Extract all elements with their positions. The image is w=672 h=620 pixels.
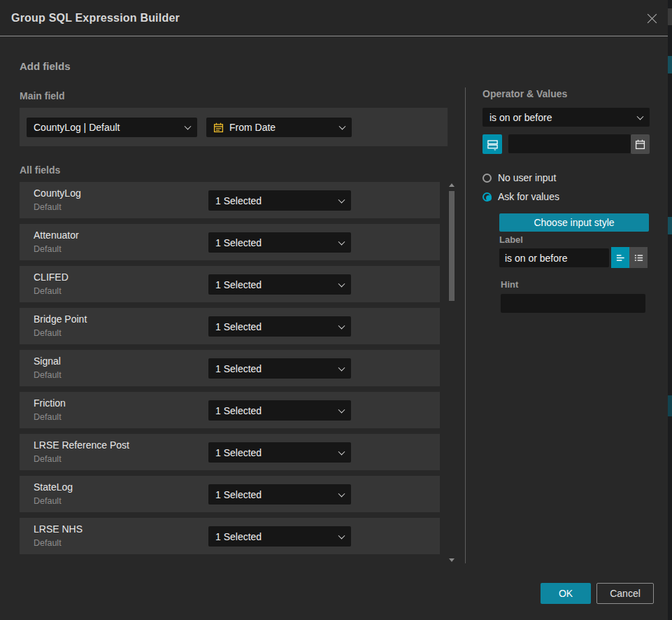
field-list-item: StateLog Default 1 Selected [20, 476, 440, 512]
field-values-select[interactable]: 1 Selected [208, 316, 351, 337]
all-fields-heading: All fields [20, 164, 60, 176]
chevron-down-icon [338, 196, 345, 203]
field-list-item: CLIFED Default 1 Selected [20, 266, 440, 302]
radio-no-user-input[interactable]: No user input [482, 172, 556, 183]
unique-values-button[interactable] [482, 134, 502, 154]
field-subtitle: Default [34, 244, 62, 254]
cancel-button[interactable]: Cancel [596, 583, 654, 604]
chevron-down-icon [339, 123, 346, 130]
edge-fragment [668, 217, 672, 234]
field-subtitle: Default [34, 370, 62, 380]
chevron-down-icon [338, 448, 345, 455]
dialog-title: Group SQL Expression Builder [11, 0, 180, 36]
ok-button[interactable]: OK [541, 583, 591, 604]
chevron-down-icon [338, 280, 345, 287]
chevron-down-icon [338, 490, 345, 497]
label-input[interactable] [499, 248, 609, 267]
field-values-selected-label: 1 Selected [215, 237, 262, 248]
chevron-down-icon [185, 123, 192, 130]
field-name: CLIFED [34, 272, 69, 283]
date-value-input[interactable] [508, 134, 631, 153]
chevron-down-icon [637, 113, 644, 120]
radio-ask-for-values[interactable]: Ask for values [482, 191, 559, 202]
fields-scrollbar[interactable] [448, 181, 455, 563]
hint-caption: Hint [501, 279, 518, 290]
operator-select-value: is on or before [489, 112, 552, 123]
field-values-selected-label: 1 Selected [215, 447, 262, 458]
field-subtitle: Default [34, 286, 62, 296]
field-name: CountyLog [34, 188, 81, 199]
dialog-titlebar: Group SQL Expression Builder [0, 0, 668, 36]
operator-values-heading: Operator & Values [482, 88, 567, 99]
scroll-up-icon[interactable] [449, 183, 455, 187]
field-values-selected-label: 1 Selected [215, 321, 262, 332]
field-values-selected-label: 1 Selected [215, 195, 262, 206]
hint-input[interactable] [501, 294, 645, 313]
scroll-down-icon[interactable] [449, 558, 455, 562]
panel-divider [465, 87, 466, 563]
main-field-heading: Main field [20, 90, 65, 101]
field-name: Attenuator [34, 230, 79, 241]
field-list-item: CountyLog Default 1 Selected [20, 182, 440, 218]
edge-fragment [668, 56, 672, 73]
edge-fragment [668, 395, 672, 416]
main-layer-select[interactable]: CountyLog | Default [27, 118, 197, 137]
align-left-icon [615, 253, 626, 263]
main-layer-select-value: CountyLog | Default [34, 122, 120, 133]
main-field-panel: CountyLog | Default From Date [20, 108, 448, 146]
field-values-selected-label: 1 Selected [215, 279, 262, 290]
calendar-icon [213, 122, 224, 133]
chevron-down-icon [338, 532, 345, 539]
close-button[interactable] [643, 10, 660, 27]
chevron-down-icon [338, 322, 345, 329]
field-values-select[interactable]: 1 Selected [208, 190, 351, 211]
field-subtitle: Default [34, 412, 62, 422]
field-subtitle: Default [34, 454, 62, 464]
field-values-select[interactable]: 1 Selected [208, 358, 351, 379]
field-name: Friction [34, 397, 66, 409]
field-values-selected-label: 1 Selected [215, 489, 262, 500]
field-subtitle: Default [34, 202, 62, 212]
field-name: LRSE Reference Post [34, 439, 129, 451]
field-list-item: LRSE NHS Default 1 Selected [20, 518, 440, 554]
field-values-select[interactable]: 1 Selected [208, 526, 351, 547]
calendar-icon [635, 139, 645, 150]
field-list-item: LRSE Reference Post Default 1 Selected [20, 434, 440, 470]
field-values-selected-label: 1 Selected [215, 531, 262, 542]
list-input-style-button[interactable] [629, 247, 648, 268]
field-list-item: Bridge Point Default 1 Selected [20, 308, 440, 344]
choose-input-style-button[interactable]: Choose input style [499, 213, 649, 232]
chevron-down-icon [338, 238, 345, 245]
field-list-item: Signal Default 1 Selected [20, 350, 440, 386]
field-subtitle: Default [34, 538, 62, 548]
field-subtitle: Default [34, 328, 62, 338]
label-caption: Label [499, 234, 523, 245]
radio-no-user-input-label: No user input [498, 172, 556, 183]
radio-selected-icon [482, 192, 492, 202]
field-list-item: Friction Default 1 Selected [20, 392, 440, 428]
radio-unselected-icon [482, 174, 492, 183]
unique-values-icon [487, 139, 499, 150]
field-values-selected-label: 1 Selected [215, 405, 262, 416]
all-fields-list: CountyLog Default 1 Selected Attenuator … [20, 182, 440, 560]
main-date-field-select-value: From Date [229, 122, 276, 133]
list-style-icon [634, 253, 644, 263]
field-values-select[interactable]: 1 Selected [208, 400, 351, 421]
field-values-select[interactable]: 1 Selected [208, 442, 351, 463]
add-fields-heading: Add fields [20, 60, 71, 72]
field-name: Bridge Point [34, 313, 87, 325]
scrollbar-thumb[interactable] [449, 191, 455, 301]
field-values-select[interactable]: 1 Selected [208, 232, 351, 253]
chevron-down-icon [338, 364, 345, 371]
field-values-select[interactable]: 1 Selected [208, 484, 351, 505]
field-list-item: Attenuator Default 1 Selected [20, 224, 440, 260]
field-name: StateLog [34, 481, 73, 493]
main-date-field-select[interactable]: From Date [206, 118, 352, 137]
field-values-select[interactable]: 1 Selected [208, 274, 351, 295]
field-name: LRSE NHS [34, 523, 83, 535]
radio-ask-for-values-label: Ask for values [498, 191, 559, 202]
field-name: Signal [34, 355, 61, 367]
text-input-style-button[interactable] [611, 247, 629, 268]
date-picker-button[interactable] [631, 134, 650, 154]
operator-select[interactable]: is on or before [482, 108, 650, 127]
